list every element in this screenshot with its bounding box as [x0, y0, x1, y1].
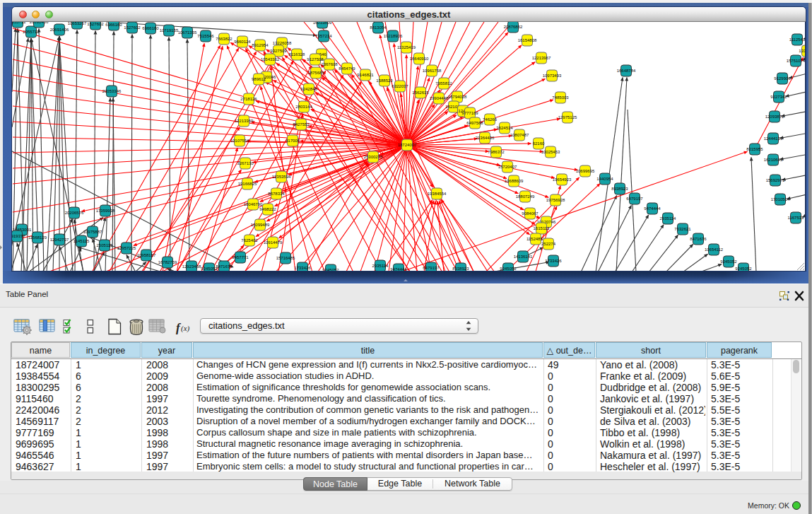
svg-text:9457771: 9457771: [232, 255, 249, 259]
svg-text:20876862: 20876862: [504, 25, 523, 29]
svg-text:7955812: 7955812: [435, 81, 452, 86]
svg-text:1733426: 1733426: [294, 266, 311, 270]
svg-text:7625402: 7625402: [241, 238, 258, 243]
svg-text:9146821: 9146821: [357, 73, 374, 77]
svg-text:16648784: 16648784: [617, 69, 636, 73]
svg-text:9245052: 9245052: [322, 268, 339, 271]
svg-text:16210643: 16210643: [764, 158, 783, 162]
svg-text:15692971: 15692971: [766, 178, 785, 182]
svg-text:8813054: 8813054: [370, 25, 387, 30]
svg-text:6966160: 6966160: [142, 26, 159, 30]
svg-text:12093872: 12093872: [765, 115, 784, 119]
svg-text:11568129: 11568129: [28, 235, 47, 240]
svg-text:7663822: 7663822: [216, 37, 233, 41]
svg-text:9227342: 9227342: [770, 95, 787, 99]
svg-text:18724007: 18724007: [398, 143, 417, 147]
svg-text:6497568: 6497568: [466, 121, 483, 125]
svg-text:20053346: 20053346: [102, 89, 122, 93]
svg-text:10653267: 10653267: [68, 22, 87, 25]
svg-text:(x): (x): [181, 324, 190, 333]
svg-text:10688609: 10688609: [505, 179, 524, 183]
svg-text:6966160: 6966160: [105, 23, 122, 27]
svg-text:12975125: 12975125: [558, 115, 577, 119]
svg-text:746266: 746266: [483, 117, 498, 122]
svg-text:3624514: 3624514: [496, 126, 513, 130]
svg-text:8471676: 8471676: [216, 264, 233, 269]
svg-text:11524851: 11524851: [526, 237, 546, 241]
svg-text:14136141: 14136141: [514, 255, 533, 259]
svg-text:6322037: 6322037: [392, 84, 408, 88]
svg-text:2718126: 2718126: [240, 97, 257, 101]
svg-text:9327509: 9327509: [270, 49, 287, 53]
svg-text:15716485: 15716485: [276, 256, 295, 260]
svg-text:19904448: 19904448: [430, 96, 449, 100]
svg-text:10914479: 10914479: [264, 240, 283, 245]
svg-text:16782759: 16782759: [158, 260, 177, 264]
svg-text:2935114: 2935114: [660, 216, 677, 221]
svg-text:1527602: 1527602: [87, 22, 104, 26]
svg-text:9498222: 9498222: [259, 207, 276, 211]
svg-text:9474444: 9474444: [644, 206, 661, 211]
svg-text:417006: 417006: [286, 139, 300, 143]
svg-text:1562615: 1562615: [412, 90, 429, 95]
svg-text:10719155: 10719155: [160, 28, 179, 33]
svg-text:7986372: 7986372: [488, 150, 505, 154]
svg-text:10699695: 10699695: [576, 169, 595, 173]
svg-text:16794028: 16794028: [448, 95, 467, 99]
svg-text:3919377: 3919377: [12, 234, 25, 238]
svg-text:8215955: 8215955: [746, 147, 763, 151]
svg-text:12213369: 12213369: [235, 119, 254, 123]
svg-text:9242848: 9242848: [300, 87, 317, 91]
svg-text:9245052: 9245052: [720, 259, 737, 264]
svg-text:10958157: 10958157: [137, 253, 156, 257]
svg-text:8471676: 8471676: [690, 237, 707, 241]
svg-text:1733426: 1733426: [545, 259, 562, 263]
svg-text:2055712: 2055712: [12, 22, 26, 24]
svg-text:252274: 252274: [541, 242, 556, 246]
svg-text:18807249: 18807249: [516, 194, 535, 199]
svg-text:16033809: 16033809: [313, 22, 332, 25]
svg-text:11325419: 11325419: [397, 45, 416, 49]
svg-text:19384554: 19384554: [428, 192, 447, 196]
svg-text:2367608: 2367608: [321, 62, 338, 66]
svg-text:17010504: 17010504: [771, 197, 790, 201]
svg-text:10807487: 10807487: [510, 133, 529, 137]
svg-text:10654112: 10654112: [705, 247, 724, 252]
svg-text:2055712: 2055712: [23, 30, 40, 34]
svg-text:16640910: 16640910: [410, 57, 429, 61]
svg-text:10961758: 10961758: [423, 69, 442, 73]
svg-text:10025453: 10025453: [541, 150, 560, 154]
svg-text:1527602: 1527602: [124, 25, 141, 30]
svg-text:9127508: 9127508: [307, 57, 324, 62]
svg-text:9660124: 9660124: [234, 40, 251, 44]
svg-text:12923468: 12923468: [182, 264, 201, 269]
svg-text:7485003: 7485003: [552, 95, 569, 100]
svg-text:12942737: 12942737: [50, 238, 69, 242]
svg-text:19756928: 19756928: [546, 198, 565, 202]
svg-text:62160: 62160: [533, 141, 545, 146]
svg-text:19654923: 19654923: [553, 177, 572, 182]
svg-text:9777169: 9777169: [461, 111, 478, 115]
svg-text:15751074: 15751074: [787, 59, 805, 63]
svg-text:10671355: 10671355: [178, 30, 197, 35]
svg-text:10543362: 10543362: [261, 57, 280, 62]
svg-text:20691406: 20691406: [50, 28, 69, 32]
svg-text:1332541: 1332541: [799, 49, 805, 53]
svg-text:1112541: 1112541: [789, 37, 805, 42]
svg-text:8912954: 8912954: [252, 43, 269, 47]
svg-text:1440954: 1440954: [596, 177, 613, 181]
svg-text:8678334: 8678334: [268, 192, 285, 196]
svg-text:1167533: 1167533: [788, 216, 805, 220]
svg-text:2803144: 2803144: [295, 105, 312, 109]
svg-text:1588520: 1588520: [376, 78, 393, 83]
svg-text:10107554: 10107554: [230, 139, 249, 143]
svg-text:3267130: 3267130: [237, 161, 254, 165]
svg-text:3875685: 3875685: [307, 71, 324, 75]
svg-text:6479197: 6479197: [626, 197, 643, 201]
svg-text:1145115: 1145115: [73, 239, 90, 243]
svg-text:7357214: 7357214: [315, 34, 332, 38]
svg-text:9474444: 9474444: [390, 267, 407, 271]
svg-text:2505115: 2505115: [97, 243, 114, 247]
svg-text:10975887: 10975887: [83, 230, 102, 234]
svg-text:9245052: 9245052: [735, 267, 752, 271]
